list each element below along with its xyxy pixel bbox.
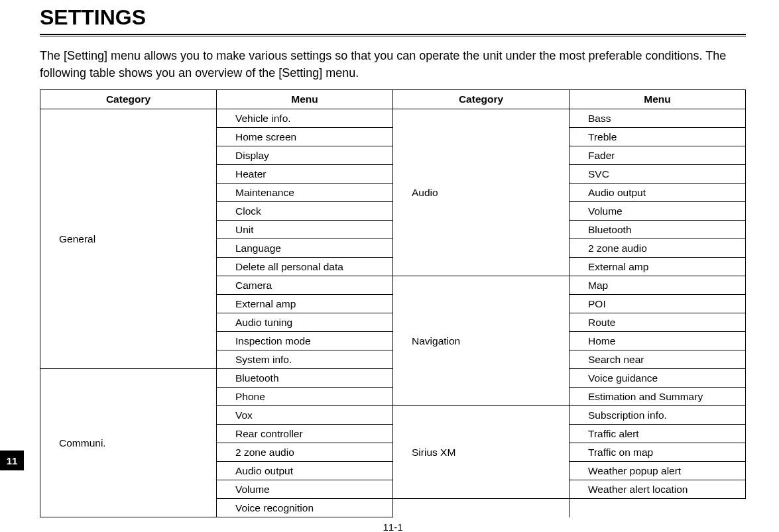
page-heading: SETTINGS — [40, 0, 746, 34]
menu-cell: Weather popup alert — [569, 462, 746, 480]
menu-cell: Traffic alert — [569, 425, 746, 443]
menu-cell: SVC — [569, 165, 746, 184]
menu-cell: 2 zone audio — [217, 443, 393, 462]
menu-cell: Vehicle info. — [217, 109, 393, 128]
menu-cell: External amp — [217, 295, 393, 313]
menu-cell: Bluetooth — [217, 369, 393, 388]
menu-cell: Map — [569, 276, 746, 295]
menu-cell: Vox — [217, 406, 393, 425]
menu-cell: Traffic on map — [569, 443, 746, 462]
menu-cell: Fader — [569, 146, 746, 165]
menu-cell: Voice guidance — [569, 369, 746, 388]
menu-cell: Inspection mode — [217, 332, 393, 350]
chapter-side-tab: 11 — [0, 451, 24, 470]
menu-cell: Camera — [217, 276, 393, 295]
menu-cell: Subscription info. — [569, 406, 746, 425]
col-header: Menu — [217, 90, 393, 109]
menu-cell: Weather alert location — [569, 480, 746, 499]
category-cell: Audio — [393, 109, 569, 276]
empty-cell — [393, 499, 569, 517]
category-cell: General — [40, 109, 217, 369]
page-number: 11-1 — [40, 521, 746, 532]
menu-cell: Home — [569, 332, 746, 350]
menu-cell: Phone — [217, 388, 393, 406]
menu-cell: Treble — [569, 128, 746, 146]
menu-cell: Audio output — [569, 184, 746, 202]
menu-cell: Delete all personal data — [217, 258, 393, 276]
category-cell: Navigation — [393, 276, 569, 406]
category-cell: Communi. — [40, 369, 217, 517]
menu-cell: Home screen — [217, 128, 393, 146]
menu-cell: Audio tuning — [217, 313, 393, 332]
menu-cell: Unit — [217, 221, 393, 239]
table-header-row: Category Menu Category Menu — [40, 90, 746, 109]
menu-cell: System info. — [217, 350, 393, 369]
menu-cell: Heater — [217, 165, 393, 184]
menu-cell: Clock — [217, 202, 393, 221]
menu-cell: Bluetooth — [569, 221, 746, 239]
table-row: General Vehicle info. Audio Bass — [40, 109, 746, 128]
category-cell: Sirius XM — [393, 406, 569, 499]
menu-cell: Rear controller — [217, 425, 393, 443]
menu-cell: Search near — [569, 350, 746, 369]
menu-cell: External amp — [569, 258, 746, 276]
menu-cell: Display — [217, 146, 393, 165]
menu-cell: Maintenance — [217, 184, 393, 202]
col-header: Category — [40, 90, 217, 109]
heading-rule — [40, 34, 746, 36]
intro-paragraph: The [Setting] menu allows you to make va… — [40, 47, 746, 81]
menu-cell: Volume — [569, 202, 746, 221]
menu-cell: Route — [569, 313, 746, 332]
menu-cell: Voice recognition — [217, 499, 393, 517]
menu-cell: Volume — [217, 480, 393, 499]
menu-cell: POI — [569, 295, 746, 313]
menu-cell: Language — [217, 239, 393, 258]
menu-cell: Bass — [569, 109, 746, 128]
col-header: Category — [393, 90, 569, 109]
menu-cell: Estimation and Summary — [569, 388, 746, 406]
col-header: Menu — [569, 90, 746, 109]
menu-cell: Audio output — [217, 462, 393, 480]
settings-table: Category Menu Category Menu General Vehi… — [40, 89, 746, 517]
empty-cell — [569, 499, 746, 517]
menu-cell: 2 zone audio — [569, 239, 746, 258]
